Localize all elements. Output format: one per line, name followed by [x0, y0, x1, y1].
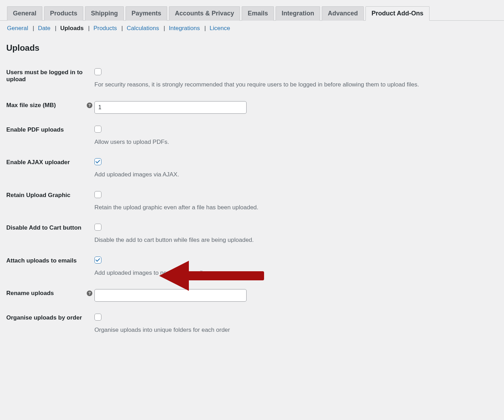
desc-enable-ajax: Add uploaded images via AJAX.: [94, 170, 498, 179]
separator: |: [88, 25, 90, 31]
subnav-general[interactable]: General: [7, 25, 28, 31]
subnav-licence[interactable]: Licence: [210, 25, 230, 31]
checkbox-enable-ajax[interactable]: [94, 158, 101, 165]
separator: |: [204, 25, 206, 31]
checkbox-retain-graphic[interactable]: [94, 191, 101, 198]
checkbox-attach-emails[interactable]: [94, 257, 101, 264]
subnav-calculations[interactable]: Calculations: [127, 25, 159, 31]
tab-accounts-privacy[interactable]: Accounts & Privacy: [169, 6, 240, 21]
desc-enable-pdf: Allow users to upload PDFs.: [94, 138, 498, 147]
help-icon[interactable]: ?: [87, 290, 92, 296]
label-enable-pdf: Enable PDF uploads: [6, 126, 94, 133]
tab-payments[interactable]: Payments: [126, 6, 167, 21]
label-logged-in: Users must be logged in to upload: [6, 68, 94, 83]
input-max-file-size[interactable]: [94, 101, 247, 114]
desc-organise-uploads: Organise uploads into unique folders for…: [94, 326, 498, 335]
subnav-uploads[interactable]: Uploads: [60, 25, 84, 31]
desc-logged-in: For security reasons, it is strongly rec…: [94, 80, 498, 89]
label-organise-uploads: Organise uploads by order: [6, 314, 94, 321]
separator: |: [121, 25, 123, 31]
subnav-date[interactable]: Date: [38, 25, 50, 31]
desc-retain-graphic: Retain the upload graphic even after a f…: [94, 203, 498, 212]
separator: |: [33, 25, 34, 31]
tab-products[interactable]: Products: [44, 6, 83, 21]
main-tabs: General Products Shipping Payments Accou…: [0, 0, 504, 21]
checkbox-organise-uploads[interactable]: [94, 314, 101, 321]
separator: |: [163, 25, 165, 31]
subnav-products[interactable]: Products: [93, 25, 117, 31]
label-retain-graphic: Retain Upload Graphic: [6, 191, 94, 199]
help-icon[interactable]: ?: [87, 103, 92, 108]
sub-nav: General | Date | Uploads | Products | Ca…: [0, 21, 504, 32]
tab-shipping[interactable]: Shipping: [85, 6, 124, 21]
label-disable-cart: Disable Add to Cart button: [6, 224, 94, 231]
section-heading: Uploads: [0, 32, 504, 56]
tab-emails[interactable]: Emails: [242, 6, 274, 21]
checkbox-disable-cart[interactable]: [94, 224, 101, 231]
checkbox-enable-pdf[interactable]: [94, 126, 101, 133]
subnav-integrations[interactable]: Integrations: [169, 25, 200, 31]
label-enable-ajax: Enable AJAX uploader: [6, 158, 94, 166]
tab-product-addons[interactable]: Product Add-Ons: [365, 6, 429, 21]
desc-attach-emails: Add uploaded images to new order emails.: [94, 268, 498, 278]
checkbox-logged-in[interactable]: [94, 68, 101, 75]
tab-general[interactable]: General: [7, 6, 42, 21]
label-rename-uploads: Rename uploads ?: [6, 289, 94, 297]
tab-integration[interactable]: Integration: [276, 6, 320, 21]
label-attach-emails: Attach uploads to emails: [6, 257, 94, 264]
label-max-file-size: Max file size (MB) ?: [6, 101, 94, 109]
input-rename-uploads[interactable]: [94, 289, 247, 302]
desc-disable-cart: Disable the add to cart button while fil…: [94, 236, 498, 245]
separator: |: [55, 25, 56, 31]
tab-advanced[interactable]: Advanced: [322, 6, 364, 21]
